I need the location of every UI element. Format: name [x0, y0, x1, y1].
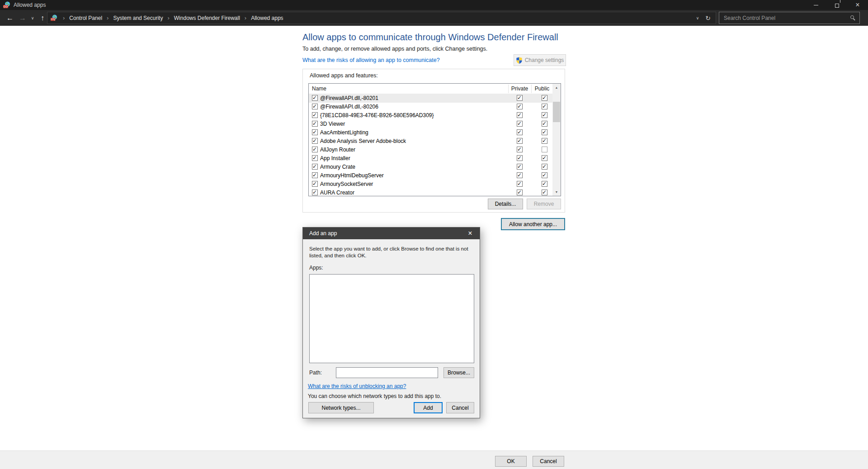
minimize-button[interactable] [806, 0, 826, 10]
path-label: Path: [309, 370, 322, 376]
ok-button[interactable]: OK [495, 456, 527, 467]
path-input[interactable] [336, 367, 438, 378]
page-subtext: To add, change, or remove allowed apps a… [302, 46, 487, 52]
allow-another-app-button[interactable]: Allow another app... [501, 218, 565, 230]
app-enabled-checkbox[interactable] [312, 129, 318, 135]
details-button[interactable]: Details... [488, 199, 523, 209]
change-settings-button[interactable]: Change settings [514, 54, 566, 66]
app-enabled-checkbox[interactable] [312, 95, 318, 101]
public-checkbox[interactable] [542, 138, 547, 144]
dialog-close-button[interactable]: × [461, 227, 480, 239]
close-button[interactable]: × [847, 0, 868, 10]
app-enabled-checkbox[interactable] [312, 155, 318, 161]
app-enabled-checkbox[interactable] [312, 138, 318, 144]
app-row[interactable]: Adobe Analysis Server Adobe-block [309, 137, 553, 146]
scrollbar-thumb[interactable] [553, 102, 560, 122]
public-checkbox[interactable] [542, 95, 547, 101]
app-row[interactable]: {78E1CD88-49E3-476E-B926-580E596AD309} [309, 111, 553, 120]
apps-listbox[interactable] [309, 274, 474, 363]
dialog-title-bar: Add an app × [303, 227, 480, 239]
unblocking-risks-link[interactable]: What are the risks of unblocking an app? [308, 383, 406, 389]
private-checkbox[interactable] [517, 189, 523, 195]
app-row[interactable]: ArmourySocketServer [309, 180, 553, 189]
app-row[interactable]: App Installer [309, 154, 553, 163]
restore-button[interactable] [826, 0, 847, 10]
breadcrumb-control-panel[interactable]: Control Panel [67, 15, 104, 21]
app-name: ArmourySocketServer [320, 181, 373, 187]
public-checkbox[interactable] [542, 129, 547, 135]
column-header-private[interactable]: Private [508, 85, 531, 92]
app-row[interactable]: AacAmbientLighting [309, 128, 553, 137]
scroll-up-icon[interactable]: ▲ [552, 84, 561, 91]
public-checkbox[interactable] [542, 189, 547, 195]
app-name: Armoury Crate [320, 164, 355, 170]
private-checkbox[interactable] [517, 121, 523, 127]
add-button[interactable]: Add [414, 402, 443, 413]
public-checkbox[interactable] [542, 181, 547, 187]
refresh-icon[interactable]: ↻ [702, 14, 714, 22]
private-checkbox[interactable] [517, 155, 523, 161]
public-checkbox[interactable] [542, 104, 547, 109]
forward-button[interactable]: → [16, 10, 29, 26]
address-bar[interactable]: › Control Panel › System and Security › … [47, 12, 716, 24]
private-checkbox[interactable] [517, 104, 523, 109]
app-enabled-checkbox[interactable] [312, 104, 318, 109]
app-enabled-checkbox[interactable] [312, 164, 318, 170]
app-enabled-checkbox[interactable] [312, 147, 318, 152]
scroll-down-icon[interactable]: ▼ [552, 188, 561, 196]
back-button[interactable]: ← [4, 10, 16, 26]
public-checkbox[interactable] [542, 121, 547, 127]
private-checkbox[interactable] [517, 181, 523, 187]
remove-button[interactable]: Remove [527, 199, 561, 209]
app-name: @FirewallAPI.dll,-80201 [320, 95, 378, 101]
column-header-public[interactable]: Public [531, 85, 553, 92]
private-checkbox[interactable] [517, 172, 523, 178]
app-enabled-checkbox[interactable] [312, 172, 318, 178]
apps-list-body: @FirewallAPI.dll,-80201@FirewallAPI.dll,… [309, 94, 553, 196]
dialog-cancel-button[interactable]: Cancel [446, 402, 474, 413]
app-row[interactable]: AllJoyn Router [309, 146, 553, 154]
private-checkbox[interactable] [517, 147, 523, 152]
private-checkbox[interactable] [517, 164, 523, 170]
private-checkbox[interactable] [517, 138, 523, 144]
private-checkbox[interactable] [517, 112, 523, 118]
public-checkbox[interactable] [542, 164, 547, 170]
private-checkbox[interactable] [517, 129, 523, 135]
minimize-icon [814, 5, 818, 5]
search-input[interactable] [719, 12, 846, 24]
public-checkbox[interactable] [542, 112, 547, 118]
search-icon[interactable] [850, 15, 854, 19]
public-checkbox[interactable] [542, 147, 547, 152]
network-types-text: You can choose which network types to ad… [308, 393, 441, 399]
uac-shield-icon [516, 57, 523, 64]
browse-button[interactable]: Browse... [443, 367, 474, 378]
network-types-button[interactable]: Network types... [308, 402, 374, 413]
app-enabled-checkbox[interactable] [312, 189, 318, 195]
address-dropdown-icon[interactable]: ∨ [693, 16, 703, 20]
breadcrumb-allowed-apps[interactable]: Allowed apps [249, 15, 285, 21]
allowed-apps-list: Name Private Public @FirewallAPI.dll,-80… [308, 83, 561, 196]
title-bar: Allowed apps × [0, 0, 868, 10]
public-checkbox[interactable] [542, 155, 547, 161]
risks-link[interactable]: What are the risks of allowing an app to… [302, 57, 440, 63]
breadcrumb-sep-icon: › [60, 14, 67, 21]
app-row[interactable]: @FirewallAPI.dll,-80206 [309, 103, 553, 111]
breadcrumb-system-and-security[interactable]: System and Security [111, 15, 165, 21]
column-header-name[interactable]: Name [312, 85, 326, 92]
history-chevron-icon[interactable]: ∨ [28, 10, 37, 26]
app-row[interactable]: @FirewallAPI.dll,-80201 [309, 94, 553, 103]
app-enabled-checkbox[interactable] [312, 181, 318, 187]
cancel-button[interactable]: Cancel [533, 456, 564, 467]
app-enabled-checkbox[interactable] [312, 112, 318, 118]
app-row[interactable]: Armoury Crate [309, 163, 553, 171]
app-row[interactable]: 3D Viewer [309, 120, 553, 128]
change-settings-label: Change settings [525, 57, 564, 63]
up-button[interactable]: ↑ [37, 10, 48, 26]
app-enabled-checkbox[interactable] [312, 121, 318, 127]
public-checkbox[interactable] [542, 172, 547, 178]
app-row[interactable]: ArmouryHtmlDebugServer [309, 171, 553, 180]
private-checkbox[interactable] [517, 95, 523, 101]
app-row[interactable]: AURA Creator [309, 189, 553, 196]
breadcrumb-windows-defender-firewall[interactable]: Windows Defender Firewall [172, 15, 242, 21]
vertical-scrollbar[interactable]: ▲ ▼ [552, 84, 561, 196]
